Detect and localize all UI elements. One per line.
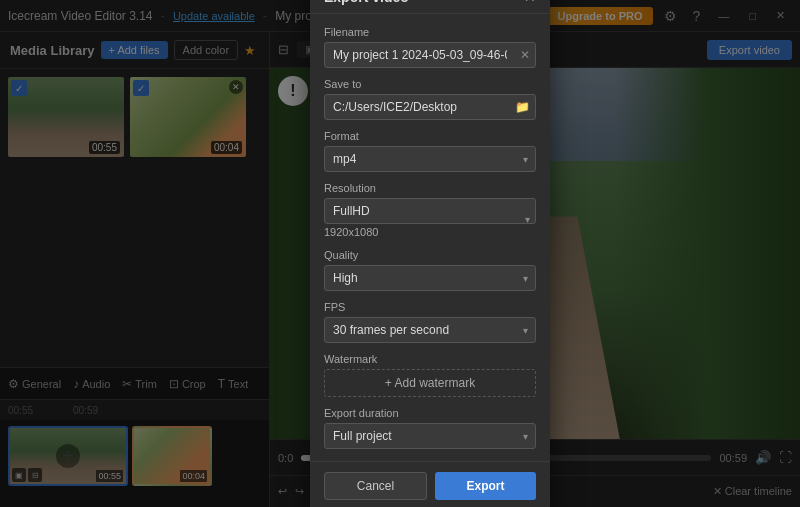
add-watermark-button[interactable]: + Add watermark [324,369,536,397]
filename-input[interactable] [324,42,536,68]
dialog-overlay: Export video ✕ Filename ✕ Save to 📁 [0,0,800,507]
resolution-field: Resolution FullHD HD 4K 1920x1080 ▾ [324,182,536,239]
resolution-select[interactable]: FullHD HD 4K [324,198,536,224]
export-dialog: Export video ✕ Filename ✕ Save to 📁 [310,0,550,507]
quality-select[interactable]: High Medium Low [324,265,536,291]
dialog-header: Export video ✕ [310,0,550,14]
resolution-label: Resolution [324,182,536,194]
folder-icon[interactable]: 📁 [515,100,530,114]
filename-input-wrap: ✕ [324,42,536,68]
resolution-select-wrap: FullHD HD 4K 1920x1080 ▾ [324,198,536,239]
watermark-field: Watermark + Add watermark [324,353,536,397]
format-field: Format mp4 avi mov mkv ▾ [324,130,536,172]
dialog-body: Filename ✕ Save to 📁 Format m [310,14,550,461]
format-label: Format [324,130,536,142]
save-to-field: Save to 📁 [324,78,536,120]
export-duration-label: Export duration [324,407,536,419]
quality-select-wrap: High Medium Low ▾ [324,265,536,291]
dialog-close-button[interactable]: ✕ [524,0,536,5]
export-duration-select-wrap: Full project Custom ▾ [324,423,536,449]
format-select[interactable]: mp4 avi mov mkv [324,146,536,172]
dialog-footer: Cancel Export [310,461,550,507]
fps-label: FPS [324,301,536,313]
filename-field: Filename ✕ [324,26,536,68]
export-duration-field: Export duration Full project Custom ▾ [324,407,536,449]
dialog-title: Export video [324,0,409,5]
export-duration-select[interactable]: Full project Custom [324,423,536,449]
fps-select[interactable]: 30 frames per second 60 frames per secon… [324,317,536,343]
fps-select-wrap: 30 frames per second 60 frames per secon… [324,317,536,343]
resolution-size: 1920x1080 [324,226,382,238]
save-to-wrap: 📁 [324,94,536,120]
save-to-label: Save to [324,78,536,90]
fps-field: FPS 30 frames per second 60 frames per s… [324,301,536,343]
watermark-label: Watermark [324,353,536,365]
format-select-wrap: mp4 avi mov mkv ▾ [324,146,536,172]
resolution-wrap: FullHD HD 4K 1920x1080 ▾ [324,198,536,239]
quality-field: Quality High Medium Low ▾ [324,249,536,291]
save-to-input[interactable] [324,94,536,120]
cancel-button[interactable]: Cancel [324,472,427,500]
export-button[interactable]: Export [435,472,536,500]
quality-label: Quality [324,249,536,261]
filename-clear-icon[interactable]: ✕ [520,48,530,62]
filename-label: Filename [324,26,536,38]
